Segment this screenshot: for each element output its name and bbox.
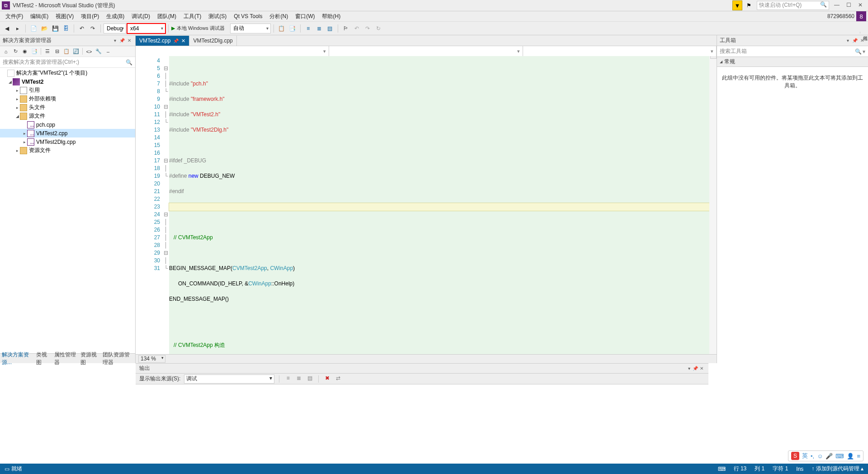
menu-edit[interactable]: 编辑(E)	[27, 12, 52, 21]
se-home-button[interactable]: ⌂	[2, 47, 10, 56]
panel-dropdown-icon[interactable]: ▾	[844, 38, 851, 43]
menu-analyze[interactable]: 分析(N)	[266, 12, 292, 21]
quick-launch-input[interactable]: 快速启动 (Ctrl+Q)🔍	[757, 1, 829, 10]
panel-close-icon[interactable]: ✕	[859, 38, 865, 43]
nav-scope[interactable]	[136, 46, 329, 56]
panel-pin-icon[interactable]: 📌	[852, 38, 858, 43]
properties-vertical-tab[interactable]: 属性	[860, 32, 868, 33]
menu-file[interactable]: 文件(F)	[2, 12, 27, 21]
output-btn-1[interactable]: ≡	[284, 375, 292, 383]
ime-punct-icon[interactable]: •,	[811, 453, 814, 460]
panel-pin-icon[interactable]: 📌	[119, 38, 125, 43]
user-avatar[interactable]: 8	[856, 11, 866, 21]
output-btn-2[interactable]: ≣	[295, 375, 303, 383]
pin-icon[interactable]: 📌	[173, 38, 179, 43]
se-showall-button[interactable]: ☰	[43, 47, 52, 56]
zoom-combo[interactable]: 134 %	[138, 355, 165, 363]
toolbox-section-general[interactable]: 常规	[717, 57, 868, 67]
tb-btn-6[interactable]: ↶	[352, 24, 362, 33]
menu-build[interactable]: 生成(B)	[103, 12, 128, 21]
tb-flag-icon[interactable]: 🏳	[341, 24, 351, 33]
headers-folder[interactable]: ▸头文件	[0, 103, 135, 112]
menu-project[interactable]: 项目(P)	[77, 12, 103, 21]
panel-dropdown-icon[interactable]: ▾	[686, 366, 692, 371]
redo-button[interactable]: ↷	[88, 24, 98, 33]
code-text[interactable]: #include "pch.h" #include "framework.h" …	[169, 56, 717, 354]
tb-btn-5[interactable]: ▤	[325, 24, 335, 33]
ime-user-icon[interactable]: 👤	[847, 453, 854, 460]
minimize-button[interactable]: —	[831, 1, 843, 10]
new-project-button[interactable]: 📄	[28, 24, 38, 33]
menu-window[interactable]: 窗口(W)	[292, 12, 318, 21]
open-button[interactable]: 📂	[39, 24, 49, 33]
ime-toolbar[interactable]: S 英 •, ☺ 🎤 ⌨ 👤 ≡	[788, 450, 863, 461]
se-code-button[interactable]: <>	[85, 47, 93, 56]
tb-btn-1[interactable]: 📋	[277, 24, 287, 33]
output-toggle-button[interactable]: ⇄	[334, 375, 342, 383]
panel-close-icon[interactable]: ✕	[126, 38, 132, 43]
notification-filter-icon[interactable]: ▼	[732, 0, 742, 10]
menu-tools[interactable]: 工具(T)	[180, 12, 205, 21]
menu-qt[interactable]: Qt VS Tools	[230, 12, 266, 20]
solution-explorer-search[interactable]: 搜索解决方案资源管理器(Ctrl+;) 🔍	[0, 57, 135, 68]
undo-button[interactable]: ↶	[77, 24, 87, 33]
tb-btn-8[interactable]: ↻	[373, 24, 383, 33]
fold-column[interactable]: ⊟││└⊟│└⊟│└⊟││││⊟│└	[163, 56, 169, 354]
se-switch-button[interactable]: 🔄	[72, 47, 80, 56]
sign-in-label[interactable]: 872968560	[827, 13, 854, 19]
notification-flag-icon[interactable]: ⚑	[744, 1, 753, 10]
tb-btn-2[interactable]: 📑	[288, 24, 297, 33]
menu-view[interactable]: 视图(V)	[52, 12, 77, 21]
se-wrench-icon[interactable]: 🔧	[94, 47, 103, 56]
external-deps-node[interactable]: ▸外部依赖项	[0, 95, 135, 103]
platform-combo[interactable]: x64	[127, 24, 165, 33]
save-button[interactable]: 💾	[50, 24, 60, 33]
play-icon[interactable]: ▶	[171, 25, 175, 31]
ime-smile-icon[interactable]: ☺	[817, 453, 823, 460]
panel-pin-icon[interactable]: 📌	[692, 366, 698, 371]
debugger-label[interactable]: 本地 Windows 调试器	[177, 25, 225, 32]
save-all-button[interactable]: 🗄	[61, 24, 71, 33]
nav-fwd-button[interactable]: ▸	[13, 24, 23, 33]
project-node[interactable]: ◢VMTest2	[0, 77, 135, 86]
menu-test[interactable]: 测试(S)	[205, 12, 230, 21]
maximize-button[interactable]: ☐	[843, 1, 854, 10]
tab-vmtest2cpp[interactable]: VMTest2.cpp📌✕	[136, 36, 189, 46]
ime-lang[interactable]: 英	[802, 452, 808, 460]
split-handle-icon[interactable]	[710, 56, 717, 59]
se-collapse-button[interactable]: ⊟	[53, 47, 61, 56]
se-props-button[interactable]: 📑	[30, 47, 38, 56]
ime-kb-icon[interactable]: ⌨	[835, 453, 844, 460]
se-refresh-button[interactable]: ↻	[11, 47, 19, 56]
output-text[interactable]	[136, 384, 708, 447]
se-props2-button[interactable]: 📋	[62, 47, 71, 56]
vertical-scrollbar[interactable]	[709, 56, 717, 354]
output-source-combo[interactable]: 调试	[184, 374, 274, 384]
file-pch[interactable]: ▸pch.cpp	[0, 120, 135, 129]
panel-dropdown-icon[interactable]: ▾	[112, 38, 118, 43]
output-btn-3[interactable]: ▤	[306, 375, 314, 383]
auto-combo[interactable]: 自动	[230, 24, 271, 33]
tb-btn-7[interactable]: ↷	[363, 24, 373, 33]
nav-member[interactable]	[523, 46, 717, 56]
tb-btn-4[interactable]: ≣	[314, 24, 324, 33]
se-more-button[interactable]: –	[104, 47, 112, 56]
close-icon[interactable]: ✕	[181, 38, 185, 44]
nav-type[interactable]	[329, 46, 523, 56]
code-editor[interactable]: 4567891011121314151617181920212223242526…	[136, 56, 717, 354]
menu-help[interactable]: 帮助(H)	[318, 12, 344, 21]
tb-btn-3[interactable]: ≡	[303, 24, 313, 33]
se-sync-button[interactable]: ◉	[21, 47, 29, 56]
menu-debug[interactable]: 调试(D)	[128, 12, 154, 21]
sources-folder[interactable]: ◢源文件	[0, 112, 135, 120]
close-button[interactable]: ✕	[854, 1, 866, 10]
nav-back-button[interactable]: ◀	[2, 24, 12, 33]
tab-vmtest2dlg[interactable]: VMTest2Dlg.cpp	[189, 36, 236, 46]
ime-menu-icon[interactable]: ≡	[857, 453, 860, 460]
ime-mic-icon[interactable]: 🎤	[826, 453, 833, 460]
panel-close-icon[interactable]: ✕	[698, 366, 705, 371]
config-combo[interactable]: Debug	[104, 24, 126, 33]
output-clear-button[interactable]: ✖	[323, 375, 331, 383]
resources-folder[interactable]: ▸资源文件	[0, 146, 135, 155]
file-vmtest2[interactable]: ▸VMTest2.cpp	[0, 129, 135, 137]
